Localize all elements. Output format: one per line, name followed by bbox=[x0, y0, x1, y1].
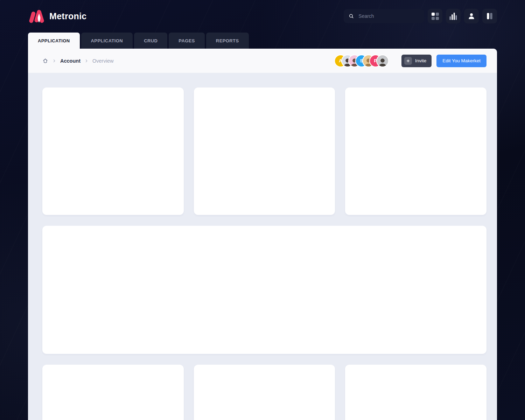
user-button[interactable] bbox=[464, 9, 479, 23]
empty-card-6 bbox=[194, 365, 335, 420]
empty-card-1 bbox=[42, 88, 184, 215]
avatar-initial-label: P bbox=[374, 58, 377, 63]
breadcrumb: Account Overview bbox=[42, 58, 113, 64]
edit-you-makerket-button[interactable]: Edit You Makerket bbox=[436, 55, 486, 67]
tab-application-active[interactable]: APPLICATION bbox=[28, 33, 80, 49]
brand-name: Metronic bbox=[49, 11, 87, 21]
empty-card-7 bbox=[345, 365, 486, 420]
search-icon bbox=[349, 13, 354, 19]
tab-reports[interactable]: REPORTS bbox=[206, 33, 249, 49]
avatar-group: A S P bbox=[335, 55, 388, 66]
metronic-logo-icon bbox=[28, 9, 45, 23]
home-icon[interactable] bbox=[42, 58, 48, 64]
content-panel: Account Overview A S bbox=[28, 49, 497, 420]
content-grid bbox=[28, 73, 497, 420]
invite-label: Invite bbox=[415, 58, 426, 63]
page: Metronic bbox=[0, 0, 525, 420]
plus-icon bbox=[404, 57, 412, 65]
brand-logo[interactable]: Metronic bbox=[28, 9, 87, 23]
user-icon bbox=[468, 12, 475, 20]
chevron-right-icon bbox=[84, 58, 89, 63]
empty-card-5 bbox=[42, 365, 184, 420]
breadcrumb-item-overview: Overview bbox=[92, 58, 113, 64]
empty-card-2 bbox=[194, 88, 335, 215]
tab-pages[interactable]: PAGES bbox=[169, 33, 205, 49]
empty-card-3 bbox=[345, 88, 486, 215]
invite-button[interactable]: Invite bbox=[401, 55, 432, 67]
bar-chart-button[interactable] bbox=[446, 9, 461, 23]
breadcrumb-item-account[interactable]: Account bbox=[60, 58, 80, 64]
avatar-initial-label: S bbox=[360, 58, 363, 63]
avatar-photo-4[interactable] bbox=[377, 55, 388, 66]
layout-split-button[interactable] bbox=[482, 9, 497, 23]
bar-chart-icon bbox=[449, 12, 457, 20]
empty-card-wide bbox=[42, 226, 486, 354]
tab-application[interactable]: APPLICATION bbox=[81, 33, 133, 49]
layout-split-icon bbox=[486, 13, 493, 20]
search-input[interactable] bbox=[358, 13, 419, 19]
tab-bar: APPLICATION APPLICATION CRUD PAGES REPOR… bbox=[28, 33, 249, 49]
header: Metronic bbox=[28, 0, 497, 32]
search-box[interactable] bbox=[344, 9, 424, 23]
tab-crud[interactable]: CRUD bbox=[134, 33, 167, 49]
breadcrumb-bar: Account Overview A S bbox=[28, 49, 497, 73]
chevron-right-icon bbox=[52, 58, 57, 63]
breadcrumb-actions: A S P bbox=[335, 55, 486, 67]
apps-grid-button[interactable] bbox=[428, 9, 442, 23]
apps-grid-icon bbox=[432, 13, 439, 20]
person-silhouette-icon bbox=[377, 56, 388, 66]
